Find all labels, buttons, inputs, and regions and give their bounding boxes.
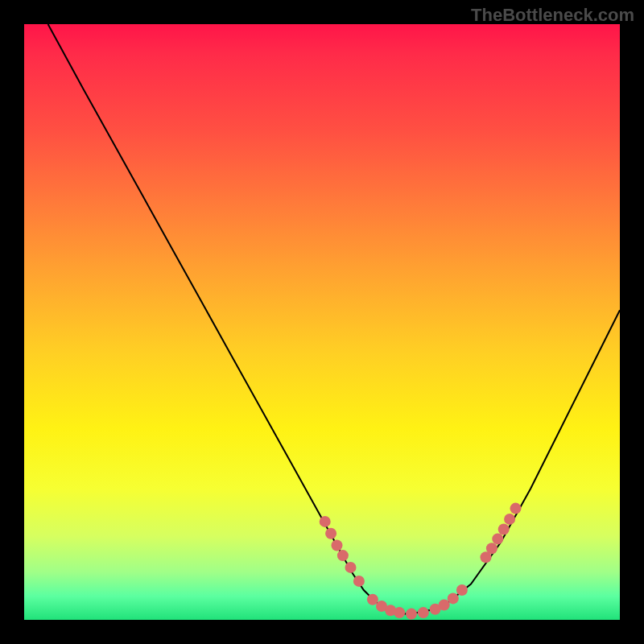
curve-path (48, 24, 620, 614)
highlight-dot (353, 576, 365, 587)
highlight-dot (486, 543, 497, 554)
watermark-text: TheBottleneck.com (471, 5, 634, 26)
highlight-dot (367, 594, 378, 605)
highlight-dots-right (481, 503, 522, 564)
highlight-dot (394, 607, 405, 618)
chart-plot-area (24, 24, 620, 620)
highlight-dot (448, 592, 459, 604)
highlight-dot (320, 516, 331, 527)
highlight-dot (406, 609, 417, 620)
highlight-dot (492, 533, 503, 544)
highlight-dot (504, 514, 515, 525)
highlight-dot (510, 503, 522, 514)
highlight-dot (345, 562, 357, 573)
highlight-dots-bottom (367, 584, 468, 620)
highlight-dot (325, 528, 336, 539)
highlight-dot (332, 540, 343, 551)
highlight-dot (418, 607, 429, 618)
highlight-dot (498, 524, 510, 535)
highlight-dots-left (320, 516, 365, 587)
highlight-dot (456, 584, 468, 596)
chart-svg (24, 24, 620, 620)
highlight-dot (337, 550, 349, 561)
